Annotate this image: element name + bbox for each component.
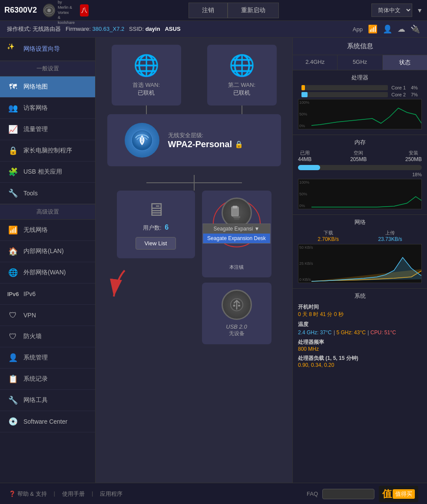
sidebar-item-network-map[interactable]: 🗺 网络地图 [0,76,95,98]
sidebar-item-traffic-manager[interactable]: 📈 流量管理 [0,119,95,140]
monitor-icon: 🖥 [126,199,186,220]
sidebar-general-section: 一般设置 [0,61,95,76]
sidebar-item-parental-controls[interactable]: 🔒 家长电脑控制程序 [0,140,95,161]
usb3-dropdown-item2[interactable]: Seagate Expansion Desk [203,234,270,243]
cloud-icon: ☁ [397,24,405,34]
sidebar-label-vpn: VPN [23,312,36,319]
sidebar-label-wan: 外部网络(WAN) [23,269,66,277]
network-title: 网络 [298,218,422,226]
restart-button[interactable]: 重新启动 [228,3,279,18]
wan1-status: 已联机 [125,89,168,97]
sidebar-label-network-map: 网络地图 [23,83,48,91]
software-center-icon: 💿 [7,415,19,428]
firmware-label: Firmware: [66,26,91,32]
tab-status[interactable]: 状态 [383,55,427,70]
uptime-val: 0 天 8 时 41 分 0 秒 [298,311,422,318]
svg-rect-9 [238,305,240,306]
language-select[interactable]: 简体中文 [371,3,412,17]
wan1-label: 首选 WAN: [125,81,168,89]
wireless-icon: 📶 [7,224,19,236]
footer-apps-link[interactable]: 应用程序 [100,490,122,498]
tab-5ghz[interactable]: 5GHz [338,55,382,70]
setup-wizard-label: 网络设置向导 [23,45,60,53]
user-icon: 👤 [383,24,392,34]
load-row: 处理器负载 (1, 5, 15 分钟) 0.90, 0.34, 0.20 [298,355,422,368]
sidebar-item-vpn[interactable]: 🛡 VPN [0,305,95,326]
koolshare-credit: & koolshare [58,15,77,25]
usb2-icon [222,290,252,320]
sidebar-item-wan[interactable]: 🌐 外部网络(WAN) [0,262,95,283]
wan2-status: 已联机 [220,89,264,97]
wifi-icon: 📶 [368,24,377,34]
sidebar-item-ipv6[interactable]: IPv6 IPv6 [0,283,95,305]
ipv6-icon: IPv6 [7,288,19,300]
sidebar-item-usb-apps[interactable]: 🧩 USB 相关应用 [0,161,95,183]
sidebar-item-firewall[interactable]: 🛡 防火墙 [0,326,95,347]
sidebar-item-software-center[interactable]: 💿 Software Center [0,411,95,432]
footer-search-input[interactable] [322,489,374,499]
register-button[interactable]: 注销 [189,3,228,18]
app-label: App [353,26,363,33]
footer-manual-link[interactable]: 使用手册 [62,490,85,498]
tab-2.4ghz[interactable]: 2.4GHz [293,55,338,70]
wan1-box: 🌐 首选 WAN: 已联机 [112,45,181,105]
cpu-title: 处理器 [298,74,422,82]
freq-label: 处理器频率 [298,339,422,346]
memory-chart-svg [298,179,421,209]
lock-icon: 🔒 [235,140,243,148]
temp-values: 2.4 GHz: 37°C | 5 GHz: 43°C | CPU: 51°C [298,328,422,336]
chevron-down-icon: ▼ [417,7,423,14]
sidebar-item-lan[interactable]: 🏠 内部网络(LAN) [0,241,95,262]
svg-rect-6 [234,218,239,220]
footer-badge-container: 值 值得买 [379,486,418,502]
wan1-globe-icon: 🌐 [125,53,168,78]
temp-24ghz: 2.4 GHz: 37°C [298,329,332,336]
view-list-button[interactable]: View List [136,237,176,250]
firewall-icon: 🛡 [7,330,19,343]
sidebar-item-network-tools[interactable]: 🔧 网络工具 [0,390,95,411]
right-panel: 系统信息 2.4GHz 5GHz 状态 处理器 Core 1 4% Core 2… [292,38,427,483]
router-info: 无线安全层级: WPA2-Personal 🔒 [168,132,243,149]
uptime-row: 开机时间 0 天 8 时 41 分 0 秒 [298,303,422,318]
network-map-icon: 🗺 [7,81,19,93]
badge-icon2: 值 [382,488,392,501]
sidebar-label-parental-controls: 家长电脑控制程序 [23,147,72,155]
parental-controls-icon: 🔒 [7,145,19,157]
firmware-version[interactable]: 380.63_X7.2 [92,26,124,32]
sidebar-advanced-section: 高级设置 [0,204,95,220]
sidebar-label-ipv6: IPv6 [23,290,36,297]
download-col: 下载 2.70KB/s [318,230,339,242]
sidebar-label-traffic-manager: 流量管理 [23,125,48,133]
client-label: 用户数: [143,224,162,231]
mode-label: 操作模式: 无线路由器 [7,26,61,32]
sidebar-item-wireless[interactable]: 📶 无线网络 [0,220,95,241]
sidebar-item-system-log[interactable]: 📋 系统记录 [0,369,95,390]
sidebar-item-guest-network[interactable]: 👥 访客网络 [0,98,95,119]
sidebar-item-setup-wizard[interactable]: ✨ 网络设置向导 [0,38,95,61]
memory-chart: 100% 50% 0% [298,179,422,209]
cpu-core2-pct: 7% [411,92,422,97]
router-box: 无线安全层级: WPA2-Personal 🔒 [107,114,281,166]
branch-connector [107,175,281,191]
sidebar-item-administration[interactable]: 👤 系统管理 [0,347,95,369]
cpu-core2-label: Core 2 [391,92,411,97]
model-name: R6300V2 [4,6,37,15]
sys-info-title: 系统信息 [293,38,427,55]
security-value: WPA2-Personal [168,139,232,149]
usb3-dropdown-item1[interactable]: Seagate Expansi ▼ [203,224,270,234]
svg-point-8 [233,305,235,307]
usb2-box: USB 2.0 无设备 [202,283,271,344]
sidebar-label-system-log: 系统记录 [23,375,48,383]
cpu-core1-label: Core 1 [391,85,411,90]
traffic-manager-icon: 📈 [7,123,19,135]
memory-used-val: 44MB [298,156,311,162]
plug-icon: 🔌 [410,24,420,34]
wan-row: 🌐 首选 WAN: 已联机 🌐 第二 WAN: 已联机 [112,45,277,105]
footer-help-link[interactable]: ❓ 帮助 & 支持 [9,490,47,498]
footer-left: ❓ 帮助 & 支持 | 使用手册 | 应用程序 [9,490,122,498]
security-label: 无线安全层级: [168,132,243,139]
sidebar-item-tools[interactable]: 🔧 Tools [0,183,95,204]
temp-cpu: CPU: 51°C [371,329,396,336]
setup-wizard-icon: ✨ [7,43,19,55]
usb-apps-icon: 🧩 [7,166,19,178]
